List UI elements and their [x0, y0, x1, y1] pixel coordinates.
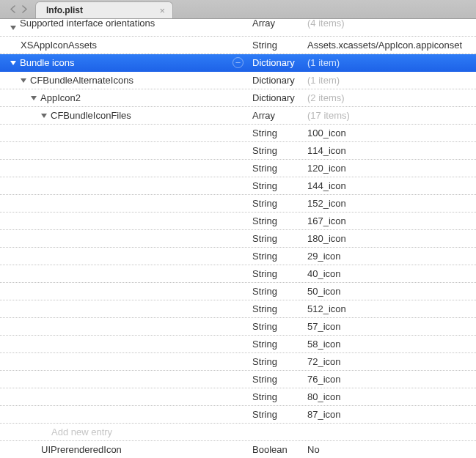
value-cell[interactable]: 76_icon	[304, 374, 476, 385]
key-cell[interactable]	[0, 213, 249, 229]
value-cell[interactable]: 29_icon	[304, 251, 476, 262]
plist-row[interactable]: Add new entry	[0, 424, 476, 441]
value-cell[interactable]: 80_icon	[304, 391, 476, 402]
value-cell[interactable]: 100_icon	[304, 128, 476, 138]
value-cell[interactable]: 152_icon	[304, 198, 476, 209]
type-cell[interactable]: String	[249, 374, 304, 385]
value-cell[interactable]: 167_icon	[304, 215, 476, 226]
plist-row[interactable]: String114_icon	[0, 142, 476, 160]
key-cell[interactable]: AppIcon2	[0, 89, 249, 106]
key-cell[interactable]	[0, 265, 249, 282]
value-cell[interactable]: Assets.xcassets/AppIcon.appiconset	[304, 40, 476, 51]
type-cell[interactable]: String	[249, 128, 304, 138]
type-cell[interactable]: String	[249, 409, 304, 420]
type-cell[interactable]: String	[249, 40, 304, 51]
plist-row[interactable]: String29_icon	[0, 248, 476, 265]
type-cell[interactable]: String	[249, 198, 304, 209]
type-cell[interactable]: String	[249, 180, 304, 191]
plist-row-selected[interactable]: Bundle icons–Dictionary(1 item)	[0, 54, 476, 72]
key-cell[interactable]	[0, 371, 249, 388]
type-cell[interactable]: String	[249, 286, 304, 297]
type-cell[interactable]: String	[249, 321, 304, 332]
value-cell[interactable]: (17 items)	[304, 110, 476, 121]
key-cell[interactable]	[0, 406, 249, 423]
type-cell[interactable]: String	[249, 268, 304, 279]
type-cell[interactable]: Array	[249, 18, 304, 29]
key-cell[interactable]: UIPrerenderedIcon	[0, 441, 249, 458]
plist-row[interactable]: Supported interface orientationsArray(4 …	[0, 19, 476, 37]
type-cell[interactable]: Array	[249, 110, 304, 121]
plist-row[interactable]: String80_icon	[0, 388, 476, 406]
value-cell[interactable]: (4 items)	[304, 18, 476, 29]
plist-row[interactable]: XSAppIconAssetsStringAssets.xcassets/App…	[0, 37, 476, 54]
plist-row[interactable]: String167_icon	[0, 213, 476, 230]
remove-button[interactable]: –	[232, 57, 244, 68]
value-cell[interactable]: 120_icon	[304, 163, 476, 174]
file-tab[interactable]: Info.plist ×	[35, 1, 173, 18]
plist-row[interactable]: String58_icon	[0, 336, 476, 353]
value-cell[interactable]: 58_icon	[304, 339, 476, 350]
value-cell[interactable]: 114_icon	[304, 145, 476, 156]
type-cell[interactable]: String	[249, 163, 304, 174]
plist-row[interactable]: UIPrerenderedIconBooleanNo	[0, 441, 476, 458]
type-cell[interactable]: String	[249, 145, 304, 156]
key-cell[interactable]	[0, 248, 249, 265]
value-cell[interactable]: (1 item)	[304, 57, 476, 68]
value-cell[interactable]: 57_icon	[304, 321, 476, 332]
key-cell[interactable]	[0, 230, 249, 247]
value-cell[interactable]: (2 items)	[304, 92, 476, 103]
type-cell[interactable]: Boolean	[249, 444, 304, 455]
disclosure-triangle-icon[interactable]	[41, 114, 47, 118]
disclosure-triangle-icon[interactable]	[21, 78, 26, 83]
key-cell[interactable]	[0, 353, 249, 370]
plist-row[interactable]: String100_icon	[0, 125, 476, 142]
type-cell[interactable]: String	[249, 215, 304, 226]
key-cell[interactable]: CFBundleIconFiles	[0, 107, 249, 124]
plist-row[interactable]: String50_icon	[0, 283, 476, 300]
key-cell[interactable]	[0, 195, 249, 212]
plist-row[interactable]: String120_icon	[0, 160, 476, 177]
plist-row[interactable]: String76_icon	[0, 371, 476, 388]
value-cell[interactable]: (1 item)	[304, 75, 476, 86]
key-cell[interactable]	[0, 336, 249, 352]
value-cell[interactable]: 512_icon	[304, 303, 476, 314]
value-cell[interactable]: 180_icon	[304, 233, 476, 244]
plist-row[interactable]: String152_icon	[0, 195, 476, 213]
key-cell[interactable]: Supported interface orientations	[0, 19, 249, 36]
key-cell[interactable]	[0, 177, 249, 194]
type-cell[interactable]: Dictionary	[249, 75, 304, 86]
value-cell[interactable]: No	[304, 444, 476, 455]
plist-row[interactable]: CFBundleIconFilesArray(17 items)	[0, 107, 476, 125]
back-button[interactable]	[7, 4, 18, 15]
key-cell[interactable]	[0, 388, 249, 405]
key-cell[interactable]	[0, 160, 249, 177]
close-icon[interactable]: ×	[159, 5, 165, 16]
key-cell[interactable]	[0, 142, 249, 159]
type-cell[interactable]: Dictionary	[249, 57, 304, 68]
plist-row[interactable]: String87_icon	[0, 406, 476, 424]
plist-row[interactable]: String180_icon	[0, 230, 476, 248]
key-cell[interactable]: Bundle icons–	[0, 54, 249, 71]
value-cell[interactable]: 50_icon	[304, 286, 476, 297]
plist-row[interactable]: String40_icon	[0, 265, 476, 283]
plist-row[interactable]: AppIcon2Dictionary(2 items)	[0, 89, 476, 107]
plist-row[interactable]: String144_icon	[0, 177, 476, 195]
value-cell[interactable]: 72_icon	[304, 356, 476, 367]
add-new-entry[interactable]: Add new entry	[51, 426, 112, 437]
type-cell[interactable]: Dictionary	[249, 92, 304, 103]
key-cell[interactable]	[0, 283, 249, 300]
value-cell[interactable]: 40_icon	[304, 268, 476, 279]
plist-row[interactable]: String72_icon	[0, 353, 476, 371]
type-cell[interactable]: String	[249, 303, 304, 314]
plist-row[interactable]: String57_icon	[0, 318, 476, 336]
disclosure-triangle-icon[interactable]	[31, 96, 37, 100]
plist-row[interactable]: String512_icon	[0, 300, 476, 318]
forward-button[interactable]	[19, 4, 29, 15]
key-cell[interactable]	[0, 125, 249, 141]
key-cell[interactable]: Add new entry	[0, 424, 249, 440]
type-cell[interactable]: String	[249, 391, 304, 402]
key-cell[interactable]	[0, 318, 249, 335]
plist-row[interactable]: CFBundleAlternateIconsDictionary(1 item)	[0, 72, 476, 89]
type-cell[interactable]: String	[249, 251, 304, 262]
type-cell[interactable]: String	[249, 233, 304, 244]
